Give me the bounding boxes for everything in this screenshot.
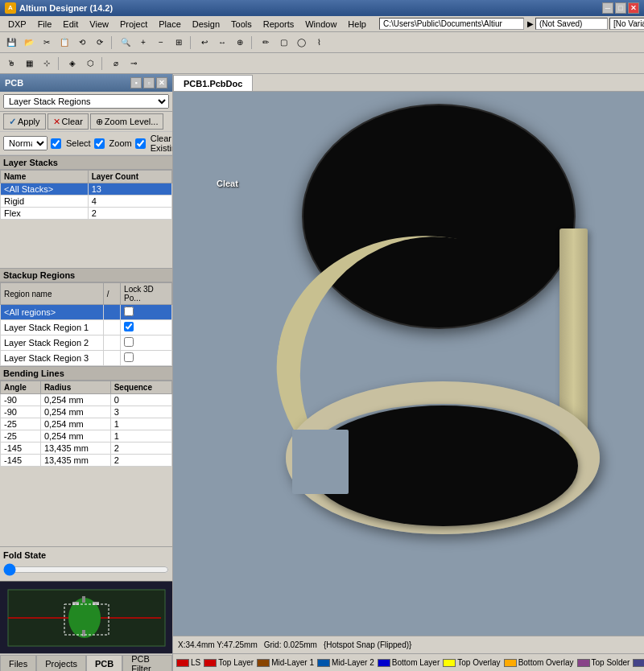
doc-tab-pcb1[interactable]: PCB1.PcbDoc xyxy=(173,75,253,91)
menu-place[interactable]: Place xyxy=(154,19,186,30)
toolbar-btn-1[interactable]: 💾 xyxy=(3,35,19,51)
toolbar-btn-12[interactable]: ↔ xyxy=(214,35,230,51)
menu-window[interactable]: Window xyxy=(300,19,341,30)
toolbar-btn-15[interactable]: ▢ xyxy=(275,35,291,51)
region-lock-checkbox-all[interactable] xyxy=(124,307,134,316)
panel-selector[interactable]: Layer Stack Regions Board Planning Mode xyxy=(0,92,172,112)
toolbar2-btn-5[interactable]: ⬡ xyxy=(82,56,98,72)
toolbar2-btn-7[interactable]: ⊸ xyxy=(126,56,142,72)
mini-preview xyxy=(0,581,172,653)
layer-top-solder-label: Top Solder xyxy=(592,658,630,667)
toolbar2-btn-2[interactable]: ▦ xyxy=(21,56,37,72)
layer-mid2[interactable]: Mid-Layer 2 xyxy=(317,658,374,667)
menu-dxp[interactable]: DXP xyxy=(3,19,31,30)
toolbar-btn-17[interactable]: ⌇ xyxy=(311,35,327,51)
toolbar-btn-4[interactable]: 📋 xyxy=(56,35,72,51)
panel-pin-button[interactable]: ▪ xyxy=(130,77,142,89)
region-name-2: Layer Stack Region 2 xyxy=(1,336,104,351)
menu-project[interactable]: Project xyxy=(115,19,152,30)
panel-close-button[interactable]: ✕ xyxy=(156,77,167,89)
layer-bottom[interactable]: Bottom Layer xyxy=(378,658,440,667)
layer-top-overlay[interactable]: Top Overlay xyxy=(443,658,500,667)
toolbar-btn-13[interactable]: ⊕ xyxy=(232,35,248,51)
toolbar-row2: 🖱 ▦ ⊹ ◈ ⬡ ⌀ ⊸ xyxy=(0,53,644,74)
bend-radius-4: 0,254 mm xyxy=(40,430,110,443)
menu-help[interactable]: Help xyxy=(343,19,371,30)
region-name-1: Layer Stack Region 1 xyxy=(1,320,104,336)
layer-top-label: Top Layer xyxy=(218,658,254,667)
toolbar2-btn-4[interactable]: ◈ xyxy=(64,56,80,72)
layer-top-solder[interactable]: Top Solder xyxy=(577,658,630,667)
cleat-label: Cleat xyxy=(217,179,238,188)
table-row[interactable]: <All regions> xyxy=(1,305,172,320)
toolbar2-btn-6[interactable]: ⌀ xyxy=(108,56,124,72)
layer-top[interactable]: Top Layer xyxy=(204,658,254,667)
toolbar2-btn-1[interactable]: 🖱 xyxy=(3,56,19,72)
menu-view[interactable]: View xyxy=(85,19,114,30)
menu-edit[interactable]: Edit xyxy=(58,19,83,30)
tab-files[interactable]: Files xyxy=(0,655,36,671)
clear-button[interactable]: ✕ Clear xyxy=(47,113,89,130)
menu-reports[interactable]: Reports xyxy=(258,19,299,30)
region-lock-checkbox-3[interactable] xyxy=(124,352,134,362)
table-row[interactable]: -25 0,254 mm 1 xyxy=(1,430,172,443)
toolbar-btn-6[interactable]: ⟳ xyxy=(92,35,108,51)
clear-existing-checkbox[interactable] xyxy=(135,138,146,149)
menu-tools[interactable]: Tools xyxy=(226,19,257,30)
region-lock-checkbox-2[interactable] xyxy=(124,337,134,347)
tab-projects[interactable]: Projects xyxy=(36,655,86,671)
panel-pop-button[interactable]: ▫ xyxy=(143,77,155,89)
pcb-viewport[interactable]: Cleat xyxy=(173,92,644,636)
region-lock-checkbox-1[interactable] xyxy=(124,322,134,331)
panel-mode-select[interactable]: Layer Stack Regions Board Planning Mode xyxy=(3,94,169,109)
layer-bottom-solder-color xyxy=(633,659,644,667)
apply-button[interactable]: ✓ Apply xyxy=(3,113,46,130)
menu-file[interactable]: File xyxy=(33,19,57,30)
view-row: Normal Single Layer Select Zoom Clear Ex… xyxy=(0,132,172,155)
toolbar-btn-11[interactable]: ↩ xyxy=(196,35,213,51)
view-mode-select[interactable]: Normal Single Layer xyxy=(3,136,47,150)
close-button[interactable]: ✕ xyxy=(628,2,639,14)
toolbar2-btn-3[interactable]: ⊹ xyxy=(39,56,55,72)
tab-pcb[interactable]: PCB xyxy=(86,655,122,671)
table-row[interactable]: <All Stacks> 13 xyxy=(1,183,172,196)
layer-ls[interactable]: LS xyxy=(176,658,200,667)
not-saved-dropdown[interactable]: (Not Saved) xyxy=(535,18,608,30)
bend-radius-1: 0,254 mm xyxy=(40,394,110,406)
layer-mid1[interactable]: Mid-Layer 1 xyxy=(257,658,314,667)
toolbar-btn-5[interactable]: ⟲ xyxy=(74,35,90,51)
table-row[interactable]: Layer Stack Region 3 xyxy=(1,351,172,366)
toolbar-btn-7[interactable]: 🔍 xyxy=(118,35,134,51)
tab-pcb-filter[interactable]: PCB Filter xyxy=(122,655,172,671)
titlebar: A Altium Designer (14.2) ─ □ ✕ xyxy=(0,0,644,16)
zoom-checkbox[interactable] xyxy=(94,138,105,149)
table-row[interactable]: -145 13,435 mm 2 xyxy=(1,443,172,455)
zoom-level-button[interactable]: ⊕ Zoom Level... xyxy=(90,113,164,130)
toolbar-btn-16[interactable]: ◯ xyxy=(293,35,309,51)
table-row[interactable]: -145 13,435 mm 2 xyxy=(1,455,172,467)
table-row[interactable]: Layer Stack Region 1 xyxy=(1,320,172,336)
menu-design[interactable]: Design xyxy=(188,19,225,30)
maximize-button[interactable]: □ xyxy=(615,2,626,14)
select-checkbox[interactable] xyxy=(51,138,61,149)
table-row[interactable]: Rigid 4 xyxy=(1,196,172,208)
toolbar-btn-8[interactable]: + xyxy=(135,35,151,51)
bottom-disk xyxy=(308,405,578,526)
toolbar-btn-3[interactable]: ✂ xyxy=(39,35,55,51)
fold-state-slider[interactable] xyxy=(3,563,169,576)
minimize-button[interactable]: ─ xyxy=(602,2,613,14)
layer-bottom-overlay[interactable]: Bottom Overlay xyxy=(504,658,574,667)
toolbar-btn-9[interactable]: − xyxy=(153,35,169,51)
toolbar-btn-2[interactable]: 📂 xyxy=(21,35,37,51)
table-row[interactable]: -90 0,254 mm 0 xyxy=(1,394,172,406)
toolbar-btn-14[interactable]: ✏ xyxy=(258,35,274,51)
select-label: Select xyxy=(66,138,91,148)
table-row[interactable]: -25 0,254 mm 1 xyxy=(1,418,172,430)
table-row[interactable]: Flex 2 xyxy=(1,208,172,220)
table-row[interactable]: Layer Stack Region 2 xyxy=(1,336,172,351)
layer-bottom-solder[interactable]: Bottom Solder xyxy=(633,658,644,667)
table-row[interactable]: -90 0,254 mm 3 xyxy=(1,406,172,418)
variations-dropdown[interactable]: [No Variations] xyxy=(609,18,644,30)
toolbar-btn-10[interactable]: ⊞ xyxy=(171,35,187,51)
left-panel: PCB ▪ ▫ ✕ Layer Stack Regions Board Plan… xyxy=(0,74,173,671)
